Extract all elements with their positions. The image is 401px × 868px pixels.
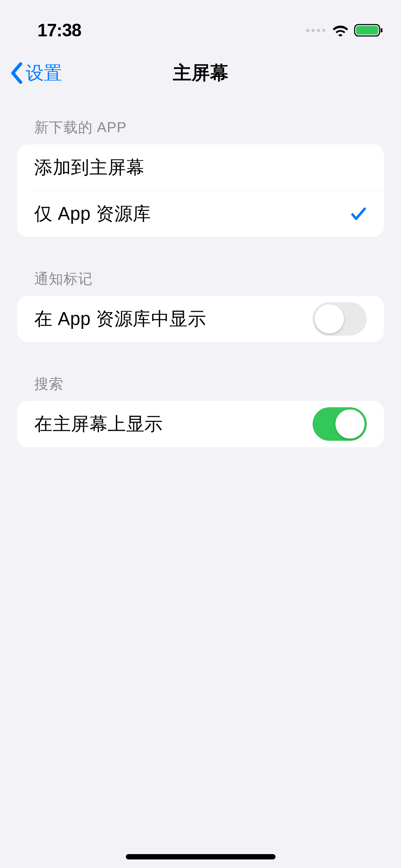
toggle-show-on-home[interactable] [313,407,367,441]
status-time: 17:38 [18,20,81,41]
status-bar: 17:38 [0,0,401,50]
row-show-in-app-library: 在 App 资源库中显示 [17,296,384,342]
chevron-left-icon [10,62,23,84]
row-label: 在 App 资源库中显示 [34,307,206,331]
group-search: 在主屏幕上显示 [17,401,384,447]
group-new-apps: 添加到主屏幕 仅 App 资源库 [17,144,384,237]
wifi-icon [332,24,349,37]
option-label: 添加到主屏幕 [34,155,144,180]
back-label: 设置 [26,61,62,86]
section-header-badges: 通知标记 [17,269,384,296]
home-indicator [126,854,276,859]
cellular-dots-icon [306,29,325,32]
option-app-library-only[interactable]: 仅 App 资源库 [17,191,384,237]
toggle-knob [315,304,344,334]
toggle-show-in-app-library[interactable] [313,302,367,336]
option-add-to-home[interactable]: 添加到主屏幕 [17,144,384,191]
section-header-new-apps: 新下载的 APP [17,118,384,144]
svg-rect-1 [356,26,378,35]
row-show-on-home: 在主屏幕上显示 [17,401,384,447]
section-header-search: 搜索 [17,374,384,401]
row-label: 在主屏幕上显示 [34,412,163,436]
nav-bar: 设置 主屏幕 [0,50,401,96]
page-title: 主屏幕 [173,61,228,86]
toggle-knob [335,409,365,439]
group-badges: 在 App 资源库中显示 [17,296,384,342]
battery-icon [354,23,383,37]
back-button[interactable]: 设置 [7,61,62,86]
content: 新下载的 APP 添加到主屏幕 仅 App 资源库 通知标记 在 App 资源库… [0,96,401,447]
checkmark-icon [350,205,367,222]
status-right [306,23,383,37]
option-label: 仅 App 资源库 [34,202,151,226]
svg-rect-2 [381,28,382,32]
